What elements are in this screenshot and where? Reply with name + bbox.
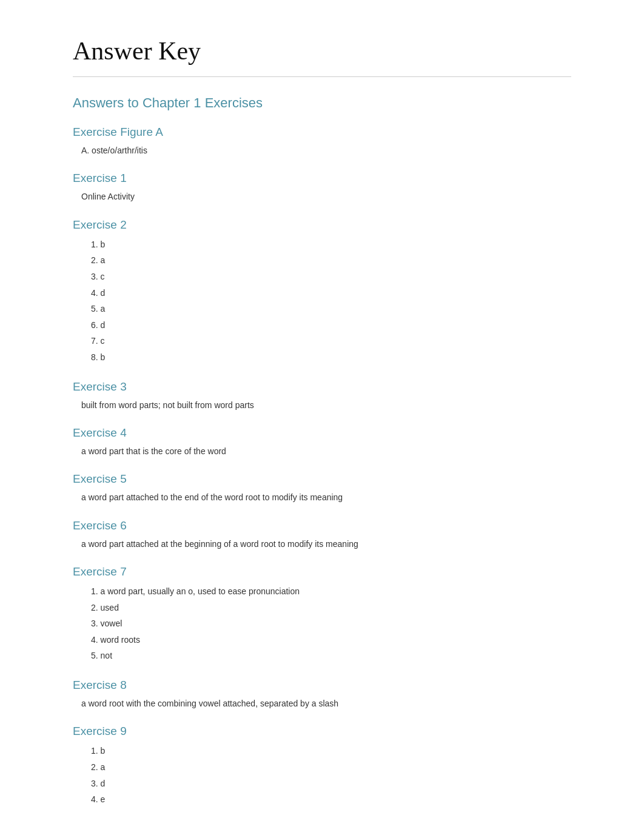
exercise-heading-exercise-9: Exercise 9 [73, 725, 571, 738]
exercises-container: Exercise Figure AA. oste/o/arthr/itisExe… [73, 126, 571, 808]
exercise-heading-exercise-1: Exercise 1 [73, 172, 571, 185]
list-item: e [91, 791, 571, 808]
list-item: a [91, 759, 571, 776]
exercise-answer-exercise-5: a word part attached to the end of the w… [81, 491, 571, 504]
exercise-answer-figure-a: A. oste/o/arthr/itis [81, 144, 571, 157]
list-item: d [91, 776, 571, 792]
exercise-heading-exercise-2: Exercise 2 [73, 218, 571, 232]
list-item: b [91, 236, 571, 253]
exercise-exercise-7: Exercise 7a word part, usually an o, use… [73, 565, 571, 664]
list-item: used [91, 600, 571, 616]
list-item: a [91, 252, 571, 269]
chapter-section: Answers to Chapter 1 Exercises Exercise … [73, 95, 571, 808]
exercise-exercise-4: Exercise 4a word part that is the core o… [73, 426, 571, 458]
exercise-answer-exercise-3: built from word parts; not built from wo… [81, 398, 571, 412]
exercise-heading-exercise-4: Exercise 4 [73, 426, 571, 440]
chapter-heading: Answers to Chapter 1 Exercises [73, 95, 571, 111]
list-item: b [91, 743, 571, 759]
exercise-list-exercise-7: a word part, usually an o, used to ease … [91, 583, 571, 664]
exercise-list-exercise-2: bacdadcb [91, 236, 571, 366]
list-item: c [91, 269, 571, 285]
list-item: d [91, 317, 571, 334]
list-item: a [91, 301, 571, 317]
exercise-exercise-3: Exercise 3built from word parts; not bui… [73, 380, 571, 412]
list-item: vowel [91, 615, 571, 632]
list-item: a word part, usually an o, used to ease … [91, 583, 571, 600]
exercise-exercise-2: Exercise 2bacdadcb [73, 218, 571, 366]
exercise-exercise-8: Exercise 8a word root with the combining… [73, 679, 571, 710]
exercise-heading-exercise-8: Exercise 8 [73, 679, 571, 692]
exercise-exercise-1: Exercise 1Online Activity [73, 172, 571, 203]
exercise-answer-exercise-1: Online Activity [81, 190, 571, 203]
exercise-heading-exercise-3: Exercise 3 [73, 380, 571, 394]
exercise-list-exercise-9: bade [91, 743, 571, 807]
exercise-exercise-5: Exercise 5a word part attached to the en… [73, 472, 571, 504]
page-title: Answer Key [73, 36, 571, 65]
exercise-heading-exercise-5: Exercise 5 [73, 472, 571, 486]
exercise-answer-exercise-8: a word root with the combining vowel att… [81, 697, 571, 710]
exercise-heading-exercise-6: Exercise 6 [73, 519, 571, 532]
list-item: c [91, 333, 571, 349]
exercise-exercise-9: Exercise 9bade [73, 725, 571, 807]
list-item: b [91, 349, 571, 366]
exercise-answer-exercise-4: a word part that is the core of the word [81, 444, 571, 458]
list-item: word roots [91, 632, 571, 648]
list-item: not [91, 648, 571, 664]
list-item: d [91, 285, 571, 301]
exercise-heading-exercise-7: Exercise 7 [73, 565, 571, 578]
exercise-answer-exercise-6: a word part attached at the beginning of… [81, 537, 571, 551]
title-divider [73, 76, 571, 77]
exercise-heading-figure-a: Exercise Figure A [73, 126, 571, 139]
exercise-figure-a: Exercise Figure AA. oste/o/arthr/itis [73, 126, 571, 157]
exercise-exercise-6: Exercise 6a word part attached at the be… [73, 519, 571, 551]
